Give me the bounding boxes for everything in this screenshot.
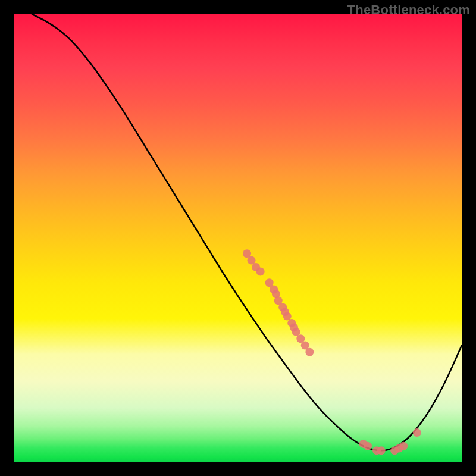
scatter-point [364, 442, 372, 450]
chart-svg [14, 14, 462, 462]
chart-container: TheBottleneck.com [0, 0, 476, 476]
scatter-point [413, 428, 421, 437]
plot-area [14, 14, 462, 462]
scatter-point [305, 348, 314, 356]
scatter-point [399, 442, 408, 450]
scatter-point [256, 267, 265, 275]
scatter-markers [243, 249, 421, 455]
scatter-point [377, 446, 386, 455]
curve-line [32, 14, 462, 450]
